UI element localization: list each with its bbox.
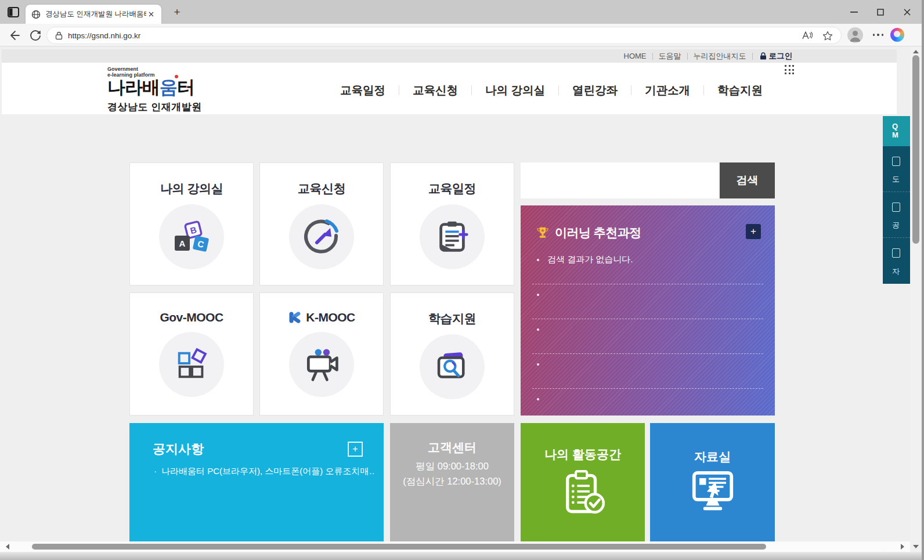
browser-tab[interactable]: 경상남도 인재개발원 나라배움터 — [26, 5, 161, 24]
close-button[interactable] — [894, 0, 921, 24]
recommend-list-item: 검색 결과가 없습니다. — [532, 250, 763, 284]
scroll-up-arrow-icon[interactable] — [913, 50, 919, 53]
tile-apply-title: 교육신청 — [260, 180, 383, 197]
quick-menu-item-archive[interactable]: 자 — [883, 238, 910, 284]
nav-item-about[interactable]: 기관소개 — [631, 82, 703, 98]
quick-menu-item-help[interactable]: 도 — [883, 146, 910, 192]
tile-schedule-title: 교육일정 — [391, 180, 514, 197]
util-help-link[interactable]: 도움말 — [653, 51, 687, 62]
customer-lunch-hours: (점심시간 12:00-13:00) — [390, 475, 514, 488]
recommend-list-item — [532, 284, 763, 319]
tile-support[interactable]: 학습지원 — [390, 292, 514, 416]
monitor-cursor-icon — [688, 469, 737, 514]
clipboard-plus-icon — [434, 219, 470, 255]
abc-blocks-icon: B A C — [170, 218, 213, 255]
recommend-list-item — [532, 389, 763, 424]
quick-menu-item-icon — [892, 203, 900, 212]
quick-menu-item-notice[interactable]: 공 — [883, 192, 910, 238]
tab-close-icon[interactable] — [146, 10, 156, 19]
tab-actions-icon[interactable] — [7, 6, 20, 18]
copilot-icon[interactable] — [890, 28, 904, 42]
recommend-more-button[interactable]: + — [746, 224, 761, 239]
search-button[interactable]: 검색 — [720, 162, 775, 198]
login-lock-icon — [760, 52, 767, 60]
scroll-left-arrow-icon[interactable] — [6, 544, 9, 550]
notice-item[interactable]: 나라배움터 PC(브라우저), 스마트폰(어플) 오류조치매… — [154, 466, 374, 477]
new-tab-button[interactable]: + — [169, 5, 185, 20]
notice-panel[interactable]: 공지사항 + 나라배움터 PC(브라우저), 스마트폰(어플) 오류조치매… — [129, 423, 384, 541]
login-link[interactable]: 로그인 — [753, 51, 793, 62]
quick-menu: QM 도 공 자 — [883, 116, 910, 284]
archive-title: 자료실 — [650, 449, 775, 465]
tile-support-title: 학습지원 — [391, 310, 514, 327]
url-text: https://gsnd.nhi.go.kr — [68, 31, 802, 40]
tab-title: 경상남도 인재개발원 나라배움터 — [45, 9, 146, 19]
window-right-edge — [922, 0, 924, 560]
logo-title: 나라배움터 — [107, 78, 202, 97]
customer-center-title: 고객센터 — [390, 439, 514, 456]
browser-menu-icon[interactable] — [873, 34, 883, 36]
tile-gov-mooc[interactable]: Gov-MOOC — [129, 292, 254, 416]
svg-text:A: A — [179, 239, 186, 248]
my-activity-title: 나의 활동공간 — [521, 446, 645, 463]
trophy-icon — [536, 226, 550, 240]
notice-title: 공지사항 — [153, 440, 204, 458]
horizontal-scrollbar-thumb[interactable] — [32, 544, 766, 550]
circular-arrow-icon — [303, 218, 340, 255]
browser-window: 경상남도 인재개발원 나라배움터 + — [0, 0, 924, 560]
k-mooc-logo-icon — [288, 310, 302, 324]
refresh-icon[interactable] — [29, 29, 42, 42]
maximize-button[interactable] — [867, 0, 894, 24]
tile-k-mooc[interactable]: K-MOOC — [259, 292, 384, 416]
globe-favicon-icon — [31, 10, 41, 19]
vertical-scrollbar-thumb[interactable] — [912, 55, 919, 244]
recommend-list: 검색 결과가 없습니다. — [532, 250, 763, 424]
util-home-link[interactable]: HOME — [618, 52, 652, 60]
address-bar[interactable]: https://gsnd.nhi.go.kr — [46, 27, 842, 44]
quick-menu-item-icon — [892, 157, 900, 166]
customer-center-panel[interactable]: 고객센터 평일 09:00-18:00 (점심시간 12:00-13:00) — [390, 423, 514, 541]
back-icon[interactable] — [8, 29, 21, 42]
minimize-button[interactable] — [840, 0, 867, 24]
tile-schedule[interactable]: 교육일정 — [390, 162, 514, 286]
folder-search-icon — [433, 349, 471, 384]
util-sitemap-link[interactable]: 누리집안내지도 — [688, 51, 752, 62]
utility-bar: HOME 도움말 누리집안내지도 로그인 — [2, 49, 897, 63]
browser-tab-bar: 경상남도 인재개발원 나라배움터 + — [0, 0, 924, 24]
site-logo[interactable]: Governmente-learning platform 나라배움터 경상남도… — [107, 66, 202, 114]
browser-toolbar: https://gsnd.nhi.go.kr — [0, 24, 924, 46]
profile-avatar[interactable] — [847, 27, 863, 43]
customer-hours: 평일 09:00-18:00 — [390, 460, 514, 473]
read-aloud-icon[interactable] — [802, 31, 813, 40]
recommend-empty-message: 검색 결과가 없습니다. — [547, 254, 633, 265]
recommended-courses-panel: 이러닝 추천과정 + 검색 결과가 없습니다. — [521, 205, 775, 416]
quick-menu-item-icon — [892, 248, 900, 258]
window-controls — [840, 0, 921, 24]
my-activity-panel[interactable]: 나의 활동공간 — [521, 423, 645, 541]
nav-item-support[interactable]: 학습지원 — [704, 82, 776, 98]
squares-icon — [174, 346, 210, 382]
recommend-list-item — [532, 319, 763, 354]
site-info-lock-icon[interactable] — [55, 31, 63, 40]
scroll-right-arrow-icon[interactable] — [901, 544, 904, 550]
nav-item-schedule[interactable]: 교육일정 — [327, 82, 399, 98]
tile-my-classroom-title: 나의 강의실 — [130, 180, 253, 197]
nav-item-open-courses[interactable]: 열린강좌 — [559, 82, 631, 98]
apps-grid-icon[interactable] — [785, 65, 795, 75]
vertical-scrollbar[interactable] — [910, 46, 922, 552]
scroll-down-arrow-icon[interactable] — [913, 545, 919, 548]
tile-k-mooc-title: K-MOOC — [260, 310, 383, 324]
tile-my-classroom[interactable]: 나의 강의실 B A C — [129, 162, 254, 286]
notice-more-button[interactable]: + — [348, 442, 363, 457]
favorites-star-icon[interactable] — [822, 31, 833, 41]
nav-item-classroom[interactable]: 나의 강의실 — [472, 82, 558, 98]
site-header: Governmente-learning platform 나라배움터 경상남도… — [2, 63, 897, 114]
tile-gov-mooc-title: Gov-MOOC — [130, 310, 253, 324]
archive-panel[interactable]: 자료실 — [650, 423, 775, 541]
course-search-input[interactable] — [521, 162, 719, 198]
tile-apply[interactable]: 교육신청 — [259, 162, 384, 286]
horizontal-scrollbar[interactable] — [0, 541, 910, 552]
clipboard-check-icon — [558, 467, 608, 517]
main-nav: 교육일정 교육신청 나의 강의실 열린강좌 기관소개 학습지원 — [327, 82, 776, 98]
nav-item-apply[interactable]: 교육신청 — [399, 82, 471, 98]
